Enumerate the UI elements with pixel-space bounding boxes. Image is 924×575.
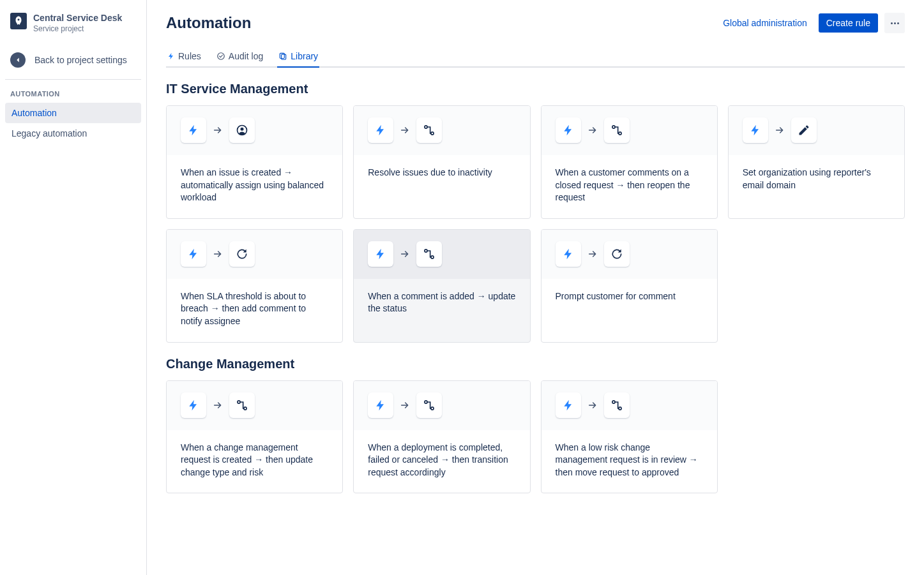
arrow-right-icon	[775, 125, 785, 135]
card-text: When SLA threshold is about to breach → …	[181, 290, 328, 328]
trigger-icon-box	[368, 392, 393, 418]
trigger-icon-box	[181, 117, 206, 143]
tab-label: Library	[291, 51, 318, 61]
card-text: When a low risk change management reques…	[556, 442, 703, 479]
bolt-icon	[374, 399, 387, 412]
trigger-icon-box	[556, 117, 581, 143]
back-to-settings-link[interactable]: Back to project settings	[5, 46, 141, 74]
bolt-icon	[562, 124, 575, 137]
card-body: Prompt customer for comment	[542, 279, 717, 342]
sidebar-item-automation[interactable]: Automation	[5, 103, 141, 123]
header-actions: Global administration Create rule	[718, 13, 905, 33]
arrow-right-icon	[400, 249, 410, 259]
action-icon-box	[229, 392, 255, 418]
card-body: When a deployment is completed, failed o…	[354, 430, 529, 493]
flow-icon	[610, 399, 623, 412]
card-body: When a comment is added → update the sta…	[354, 279, 529, 342]
flow-icon	[423, 124, 435, 137]
bolt-icon	[374, 248, 387, 260]
template-card[interactable]: When a customer comments on a closed req…	[541, 105, 718, 219]
card-body: Resolve issues due to inactivity	[354, 155, 529, 218]
template-card[interactable]: When an issue is created → automatically…	[166, 105, 343, 219]
arrow-right-icon	[587, 125, 598, 135]
refresh-icon	[610, 248, 623, 260]
arrow-right-icon	[213, 125, 223, 135]
card-grid: When an issue is created → automatically…	[166, 105, 905, 343]
card-icon-row	[729, 106, 904, 155]
trigger-icon-box	[556, 392, 581, 418]
action-icon-box	[229, 241, 255, 267]
bolt-icon	[187, 399, 200, 412]
template-card[interactable]: When SLA threshold is about to breach → …	[166, 229, 343, 343]
card-text: When a change management request is crea…	[181, 442, 328, 479]
library-icon	[278, 52, 287, 61]
project-icon	[10, 13, 27, 29]
card-body: Set organization using reporter's email …	[729, 155, 904, 218]
template-card[interactable]: Resolve issues due to inactivity	[353, 105, 530, 219]
card-text: When an issue is created → automatically…	[181, 167, 328, 204]
action-icon-box	[416, 241, 442, 267]
create-rule-button[interactable]: Create rule	[819, 13, 878, 33]
back-arrow-icon	[10, 52, 26, 68]
tab-label: Audit log	[229, 51, 263, 61]
bolt-icon	[167, 52, 175, 60]
tab-audit-log[interactable]: Audit log	[215, 46, 264, 68]
bolt-icon	[187, 248, 200, 260]
card-text: Prompt customer for comment	[556, 290, 703, 303]
back-link-label: Back to project settings	[34, 55, 127, 65]
more-icon	[891, 22, 899, 24]
card-text: When a customer comments on a closed req…	[556, 167, 703, 204]
page-header: Automation Global administration Create …	[166, 13, 905, 33]
template-card[interactable]: When a low risk change management reques…	[541, 380, 718, 494]
check-circle-icon	[216, 52, 225, 61]
tab-rules[interactable]: Rules	[166, 46, 202, 68]
action-icon-box	[229, 117, 255, 143]
card-text: When a deployment is completed, failed o…	[368, 442, 515, 479]
template-card[interactable]: When a change management request is crea…	[166, 380, 343, 494]
bolt-icon	[374, 124, 387, 137]
divider	[5, 79, 141, 80]
action-icon-box	[416, 117, 442, 143]
card-body: When a low risk change management reques…	[542, 430, 717, 493]
arrow-right-icon	[400, 125, 410, 135]
trigger-icon-box	[181, 392, 206, 418]
action-icon-box	[416, 392, 442, 418]
trigger-icon-box	[743, 117, 768, 143]
card-text: Resolve issues due to inactivity	[368, 167, 515, 179]
bolt-icon	[562, 399, 575, 412]
main-content: Automation Global administration Create …	[147, 0, 924, 575]
arrow-right-icon	[400, 400, 410, 410]
template-card[interactable]: Set organization using reporter's email …	[728, 105, 905, 219]
card-body: When a customer comments on a closed req…	[542, 155, 717, 218]
tabs: Rules Audit log Library	[166, 45, 905, 68]
global-administration-link[interactable]: Global administration	[718, 14, 812, 32]
project-subtitle: Service project	[33, 24, 122, 33]
more-actions-button[interactable]	[884, 13, 905, 33]
user-icon	[236, 124, 248, 137]
sidebar-section-label: AUTOMATION	[5, 90, 141, 103]
template-card[interactable]: When a comment is added → update the sta…	[353, 229, 530, 343]
template-card[interactable]: Prompt customer for comment	[541, 229, 718, 343]
card-body: When an issue is created → automatically…	[167, 155, 342, 218]
card-text: Set organization using reporter's email …	[743, 167, 890, 191]
arrow-right-icon	[213, 249, 223, 259]
card-body: When SLA threshold is about to breach → …	[167, 279, 342, 342]
tab-library[interactable]: Library	[277, 46, 319, 68]
arrow-right-icon	[587, 249, 598, 259]
trigger-icon-box	[368, 117, 393, 143]
arrow-right-icon	[213, 400, 223, 410]
flow-icon	[236, 399, 248, 412]
project-name: Central Service Desk	[33, 13, 122, 23]
card-icon-row	[354, 230, 529, 279]
trigger-icon-box	[181, 241, 206, 267]
flow-icon	[610, 124, 623, 137]
template-card[interactable]: When a deployment is completed, failed o…	[353, 380, 530, 494]
page-title: Automation	[166, 14, 251, 32]
project-header[interactable]: Central Service Desk Service project	[5, 13, 141, 38]
card-grid: When a change management request is crea…	[166, 380, 905, 494]
bolt-icon	[749, 124, 762, 137]
card-icon-row	[542, 230, 717, 279]
sidebar-item-legacy-automation[interactable]: Legacy automation	[5, 123, 141, 144]
flow-icon	[423, 248, 435, 260]
card-body: When a change management request is crea…	[167, 430, 342, 493]
